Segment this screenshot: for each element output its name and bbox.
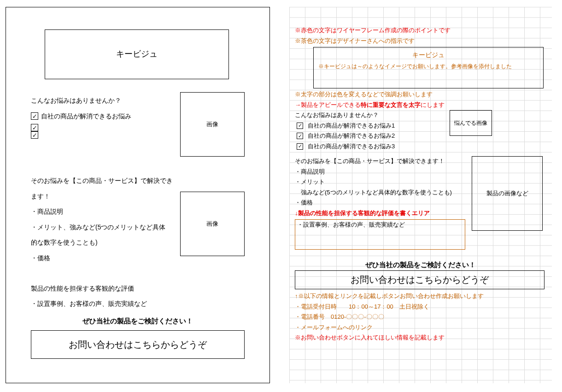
- solve-title: そのお悩みを【この商品・サービス】で解決できます！: [31, 173, 175, 204]
- emphasis-note-red: →製品をアピールできる 特に重要な文言を太字 にします: [293, 100, 548, 111]
- cta-text: お問い合わせはこちらからどうぞ: [351, 275, 489, 285]
- worry-image-placeholder: 悩んでる画像: [450, 110, 492, 136]
- footer-note-red: ※お問い合わせボタンに入れてほしい情報を記載します: [293, 333, 548, 343]
- cta-box[interactable]: お問い合わせはこちらからどうぞ: [295, 270, 544, 289]
- solve-line: ・商品説明: [31, 204, 175, 220]
- kv-title: キービジュ: [318, 51, 539, 59]
- solve-lines: そのお悩みを【この商品・サービス】で解決できます！ ・商品説明 ・メリット 強み…: [293, 156, 469, 250]
- note-red: ※赤色の文字はワイヤーフレーム作成の際のポイントです: [293, 25, 548, 36]
- product-image-placeholder: 製品の画像など: [472, 156, 543, 231]
- worry-item-3: ✓: [31, 131, 131, 139]
- performance-block: 製品の性能を担保する客観的な評価 ・設置事例、お客様の声、販売実績など: [31, 281, 245, 312]
- solve-line: ・メリット、強みなど(5つのメリットなど具体: [31, 220, 175, 235]
- solve-title: そのお悩みを【この商品・サービス】で解決できます！: [293, 156, 469, 167]
- cta-text: お問い合わせはこちらからどうぞ: [69, 339, 207, 350]
- solve-block: そのお悩みを【この商品・サービス】で解決できます！ ・商品説明 ・メリット、強み…: [31, 173, 245, 266]
- worry-item-2: ✓ 自社の商品が解消できるお悩み2: [293, 131, 448, 141]
- worry-block: こんなお悩みはありませんか？ ✓ 自社の商品が解消できるお悩み1 ✓ 自社の商品…: [293, 110, 548, 152]
- solve-line: ・価格: [293, 198, 469, 208]
- emphasis-note-brown: ※太字の部分は色を変えるなどで強調お願いします: [293, 89, 548, 100]
- worry-question: こんなお悩みはありませんか？: [31, 93, 131, 109]
- worry-item-2: ✓: [31, 124, 131, 131]
- worry-item-1: ✓ 自社の商品が解消できるお悩み1: [293, 121, 448, 131]
- right-content: ※赤色の文字はワイヤーフレーム作成の際のポイントです ※茶色の文字はデザイナーさ…: [289, 25, 552, 343]
- performance-box: ・設置事例、お客様の声、販売実績など: [295, 219, 465, 250]
- worry-item-text: 自社の商品が解消できるお悩み: [41, 109, 131, 124]
- checkbox-icon: ✓: [31, 131, 38, 139]
- footer-note: ・電話受付日時 10：00～17：00 土日祝除く: [293, 302, 548, 312]
- key-visual-label: キービジュ: [116, 44, 158, 64]
- footer-note: ↑※以下の情報とリンクを記載しボタンお問い合わせ作成お願いします: [293, 291, 548, 302]
- note-brown: ※茶色の文字はデザイナーさんへの指示です: [293, 36, 548, 47]
- worry-lines: こんなお悩みはありませんか？ ✓ 自社の商品が解消できるお悩み1 ✓ 自社の商品…: [293, 110, 448, 152]
- image-placeholder: 画像: [180, 92, 245, 157]
- checkbox-icon: ✓: [297, 123, 303, 129]
- kv-sub: ※キービジュは～のようなイメージでお願いします。参考画像を添付しました: [318, 62, 539, 70]
- worry-block: こんなお悩みはありませんか？ ✓ 自社の商品が解消できるお悩み ✓ ✓ 画像: [31, 92, 245, 157]
- perf-line: ・設置事例、お客様の声、販売実績など: [31, 296, 245, 312]
- left-page: キービジュ こんなお悩みはありませんか？ ✓ 自社の商品が解消できるお悩み ✓ …: [6, 7, 270, 383]
- key-visual-box: キービジュ ※キービジュは～のようなイメージでお願いします。参考画像を添付しまし…: [313, 47, 544, 88]
- checkbox-icon: ✓: [297, 133, 303, 139]
- checkbox-icon: ✓: [31, 124, 38, 131]
- checkbox-icon: ✓: [297, 143, 303, 150]
- footer-note: ・電話番号 0120-〇〇〇-〇〇〇: [293, 312, 548, 322]
- perf-title: ↓製品の性能を担保する客観的な評価を書くエリア: [293, 208, 469, 219]
- footer-note: ・メールフォームへのリンク: [293, 322, 548, 333]
- solve-line: ・商品説明: [293, 167, 469, 177]
- worry-question: こんなお悩みはありませんか？: [293, 110, 448, 121]
- cta-title: ぜひ当社の製品をご検討ください！: [31, 313, 245, 329]
- perf-title: 製品の性能を担保する客観的な評価: [31, 281, 245, 297]
- solve-line: ・価格: [31, 251, 175, 266]
- checkbox-icon: ✓: [31, 112, 38, 120]
- cta-title: ぜひ当社の製品をご検討ください！: [293, 261, 548, 269]
- solve-line: 強みなど(5つのメリットなど具体的な数字を使うことも): [293, 187, 469, 198]
- solve-line: 的な数字を使うことも): [31, 235, 175, 251]
- solve-line: ・メリット: [293, 177, 469, 187]
- worry-item-1: ✓ 自社の商品が解消できるお悩み: [31, 109, 131, 124]
- key-visual-box: キービジュ: [45, 29, 229, 79]
- image-placeholder: 画像: [180, 192, 245, 256]
- worry-lines: こんなお悩みはありませんか？ ✓ 自社の商品が解消できるお悩み ✓ ✓: [31, 92, 131, 139]
- solve-block: そのお悩みを【この商品・サービス】で解決できます！ ・商品説明 ・メリット 強み…: [293, 156, 548, 250]
- image-label: 画像: [206, 216, 218, 231]
- image-label: 画像: [206, 117, 218, 131]
- right-page: ※赤色の文字はワイヤーフレーム作成の際のポイントです ※茶色の文字はデザイナーさ…: [289, 7, 552, 383]
- solve-text: そのお悩みを【この商品・サービス】で解決できます！ ・商品説明 ・メリット、強み…: [31, 173, 175, 266]
- cta-box[interactable]: お問い合わせはこちらからどうぞ: [31, 330, 245, 359]
- worry-item-3: ✓ 自社の商品が解消できるお悩み3: [293, 141, 448, 152]
